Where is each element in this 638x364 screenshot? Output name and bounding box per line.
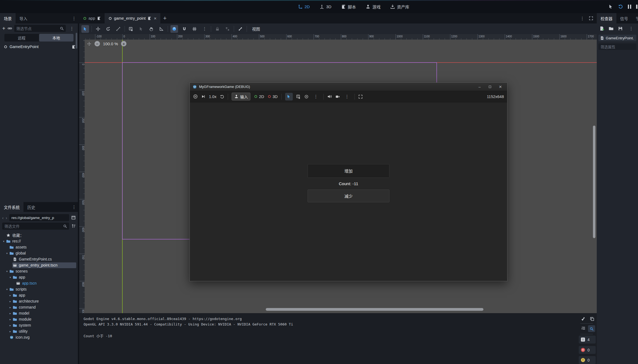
view-menu-button[interactable]: 视图 bbox=[249, 26, 263, 32]
ruler-tool-button[interactable] bbox=[158, 25, 165, 33]
workspace-tab-script[interactable]: 脚本 bbox=[339, 0, 358, 13]
select-tool-button[interactable] bbox=[81, 25, 89, 33]
window-close-button[interactable]: ✕ bbox=[496, 84, 504, 90]
tree-row[interactable]: assets bbox=[0, 244, 78, 250]
tree-row[interactable]: 收藏： bbox=[0, 232, 78, 238]
tree-row[interactable]: ▸ module bbox=[0, 316, 78, 322]
move-tool-button[interactable] bbox=[94, 25, 102, 33]
tree-row[interactable]: app.tscn bbox=[0, 280, 78, 286]
tree-expand-arrow[interactable]: ▸ bbox=[8, 306, 12, 309]
dock-tab-partial[interactable]: 节点 bbox=[632, 13, 638, 23]
scene-tab-game-entry-point[interactable]: game_entry_point × bbox=[105, 13, 160, 23]
input-mode-toggle[interactable]: 输入 bbox=[232, 93, 250, 100]
camera-options-button[interactable] bbox=[335, 94, 340, 99]
editor-cursor-icon[interactable] bbox=[609, 4, 613, 9]
script-icon[interactable] bbox=[97, 16, 101, 20]
save-resource-icon[interactable] bbox=[618, 26, 623, 31]
tree-row[interactable]: ▾ scripts bbox=[0, 286, 78, 292]
collapse-output-button[interactable] bbox=[581, 326, 586, 331]
menubar-menu-item[interactable] bbox=[29, 0, 36, 13]
tree-expand-arrow[interactable]: ▾ bbox=[5, 288, 9, 291]
tree-row[interactable]: ▸ model bbox=[0, 310, 78, 316]
game-speed-label[interactable]: 1.0x bbox=[209, 94, 216, 99]
zoom-percent-label[interactable]: 100.0 % bbox=[103, 42, 118, 46]
tree-row[interactable]: GameEntryPoint.cs bbox=[0, 256, 78, 262]
edited-resource-row[interactable]: GameEntryPoint. bbox=[598, 35, 636, 41]
history-back-button[interactable]: ‹ bbox=[2, 215, 4, 220]
tree-row[interactable]: ▸ command bbox=[0, 304, 78, 310]
workspace-tab-3d[interactable]: 3D bbox=[318, 0, 333, 13]
tree-row[interactable]: ▾ res:// bbox=[0, 238, 78, 244]
grid-snap-toggle[interactable] bbox=[191, 25, 198, 33]
tree-row[interactable]: ▾ app bbox=[0, 274, 78, 280]
canvas-vscrollbar[interactable] bbox=[593, 126, 595, 238]
local-tab[interactable]: 本地 bbox=[39, 34, 74, 42]
script-icon[interactable] bbox=[147, 16, 151, 20]
tree-row[interactable]: game_entry_point.tscn bbox=[0, 262, 78, 268]
menubar-menu-item[interactable] bbox=[8, 0, 15, 13]
scene-tabs-menu-icon[interactable]: ⋮ bbox=[578, 16, 586, 21]
group-object-button[interactable] bbox=[224, 25, 231, 33]
inspector-menu-icon[interactable]: ⋮ bbox=[627, 26, 635, 31]
split-mode-icon[interactable] bbox=[71, 215, 76, 220]
game-list-select-button[interactable] bbox=[296, 94, 301, 99]
menubar-menu-item[interactable] bbox=[15, 0, 22, 13]
filter-files-input[interactable]: 筛选文件 bbox=[2, 223, 69, 230]
snap-magnet-toggle[interactable] bbox=[181, 25, 188, 33]
window-minimize-button[interactable]: – bbox=[475, 84, 484, 90]
load-resource-icon[interactable] bbox=[609, 26, 613, 31]
dock-tab-filesystem[interactable]: 文件系统 bbox=[0, 202, 23, 212]
increase-button[interactable]: 增加 bbox=[308, 164, 389, 178]
pan-tool-button[interactable] bbox=[147, 25, 155, 33]
tree-row[interactable]: ▾ global bbox=[0, 250, 78, 256]
filter-nodes-input[interactable]: 筛选节点 bbox=[14, 25, 66, 32]
camera-override-button[interactable] bbox=[304, 94, 309, 99]
search-output-button[interactable] bbox=[588, 325, 595, 332]
tree-expand-arrow[interactable]: ▸ bbox=[8, 300, 12, 303]
tree-expand-arrow[interactable]: ▾ bbox=[8, 276, 12, 279]
filesystem-tabs-menu-icon[interactable]: ⋮ bbox=[70, 205, 78, 210]
dock-tab-signals[interactable]: 信号 bbox=[616, 13, 632, 23]
script-icon[interactable] bbox=[72, 45, 76, 49]
mute-audio-button[interactable] bbox=[327, 94, 332, 99]
dock-tabs-menu-icon[interactable]: ⋮ bbox=[70, 16, 78, 21]
game-select-menu-icon[interactable]: ⋮ bbox=[312, 94, 320, 99]
scale-tool-button[interactable] bbox=[114, 25, 122, 33]
sort-files-icon[interactable] bbox=[71, 224, 76, 228]
remote-tab[interactable]: 远程 bbox=[4, 34, 39, 42]
instance-scene-icon[interactable] bbox=[8, 26, 12, 31]
mode-3d-toggle[interactable]: 3D bbox=[268, 94, 278, 99]
workspace-tab-assetlib[interactable]: 资产库 bbox=[389, 0, 411, 13]
close-tab-icon[interactable]: × bbox=[154, 16, 156, 21]
tree-expand-arrow[interactable]: ▸ bbox=[8, 324, 12, 327]
decrease-button[interactable]: 减少 bbox=[308, 190, 389, 202]
snap-options-menu-icon[interactable]: ⋮ bbox=[201, 26, 208, 31]
scene-tree-root-row[interactable]: GameEntryPoint bbox=[0, 43, 78, 50]
dock-tab-inspector[interactable]: 检查器 bbox=[597, 13, 616, 23]
workspace-tab-game[interactable]: 游戏 bbox=[364, 0, 382, 13]
tree-expand-arrow[interactable]: ▸ bbox=[8, 330, 12, 333]
menubar-menu-item[interactable] bbox=[22, 0, 29, 13]
messages-filter-badge[interactable]: ! 4 bbox=[579, 336, 596, 344]
tree-row[interactable]: ▸ utility bbox=[0, 328, 78, 334]
canvas-hscrollbar[interactable] bbox=[266, 308, 483, 311]
game-options-menu-icon[interactable]: ⋮ bbox=[343, 94, 351, 99]
menubar-menu-item[interactable] bbox=[1, 0, 8, 13]
errors-filter-badge[interactable]: ✕ 0 bbox=[579, 346, 596, 354]
new-resource-icon[interactable] bbox=[599, 26, 604, 31]
click-select-button[interactable] bbox=[137, 25, 145, 33]
tree-expand-arrow[interactable]: ▾ bbox=[2, 240, 6, 243]
dock-tab-import[interactable]: 导入 bbox=[16, 13, 31, 23]
filter-properties-input[interactable]: 筛选属性 bbox=[598, 43, 636, 50]
stop-button-partial[interactable] bbox=[636, 5, 637, 9]
game-fullscreen-button[interactable] bbox=[358, 94, 363, 99]
restart-game-button[interactable] bbox=[618, 4, 623, 9]
tree-row[interactable]: ▸ system bbox=[0, 322, 78, 328]
game-pause-button[interactable] bbox=[193, 94, 198, 99]
zoom-out-button[interactable]: − bbox=[94, 41, 100, 46]
tree-expand-arrow[interactable]: ▸ bbox=[8, 312, 12, 315]
skeleton-options-button[interactable] bbox=[237, 25, 244, 33]
tree-expand-arrow[interactable]: ▾ bbox=[5, 252, 9, 255]
workspace-tab-2d[interactable]: 2D bbox=[296, 0, 311, 13]
tree-row[interactable]: ▾ scenes bbox=[0, 268, 78, 274]
